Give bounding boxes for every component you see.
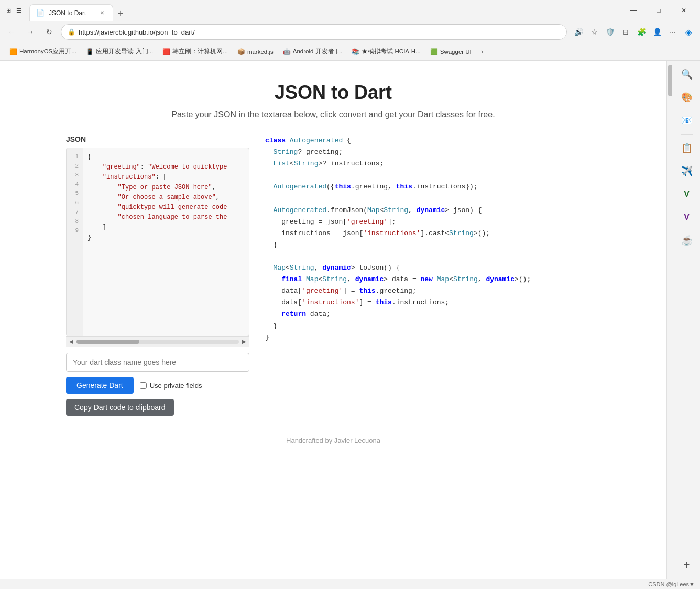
title-bar: ⊞ ☰ 📄 JSON to Dart ✕ + — □ ✕ (0, 0, 700, 21)
site-wrapper: JSON to Dart Paste your JSON in the text… (45, 61, 621, 465)
private-fields-label[interactable]: Use private fields (140, 382, 202, 390)
read-aloud-button[interactable]: 🔊 (571, 25, 586, 39)
bookmark-android[interactable]: 🤖 Android 开发者 |... (279, 46, 347, 57)
private-fields-checkbox[interactable] (140, 382, 147, 389)
android-icon: 🤖 (283, 48, 291, 55)
more-button[interactable]: ··· (665, 25, 680, 39)
bookmark-harmonyos[interactable]: 🟧 HarmonyOS应用开... (5, 46, 81, 57)
minimize-button[interactable]: — (621, 2, 646, 19)
line-num-8: 8 (69, 217, 81, 226)
forward-button[interactable]: → (23, 25, 38, 39)
bookmark-hcia[interactable]: 📚 ★模拟考试 HCIA-H... (347, 46, 424, 57)
scroll-right-arrow[interactable]: ▶ (241, 338, 247, 346)
tab-title: JSON to Dart (49, 9, 94, 17)
json-editor[interactable]: 1 2 3 4 5 6 7 8 9 { (66, 148, 249, 336)
search-sidebar-icon[interactable]: 🔍 (677, 65, 696, 84)
footer-area: Handcrafted by Javier Lecuona (66, 437, 600, 444)
editor-scrollbar: ◀ ▶ (66, 336, 249, 347)
code-lines: 1 2 3 4 5 6 7 8 9 { (67, 148, 249, 336)
back-button[interactable]: ← (4, 25, 19, 39)
new-tab-button[interactable]: + (113, 6, 128, 21)
copy-dart-button[interactable]: Copy Dart code to clipboard (66, 399, 174, 416)
line-num-7: 7 (69, 208, 81, 217)
collections-sidebar-icon[interactable]: 📋 (677, 139, 696, 158)
right-sidebar: 🔍 🎨 📧 📋 ✈️ V V ☕ + (673, 61, 700, 579)
browser-body: JSON to Dart Paste your JSON in the text… (0, 61, 700, 579)
tab-bar: 📄 JSON to Dart ✕ + (29, 0, 619, 21)
scroll-left-arrow[interactable]: ◀ (68, 338, 74, 346)
controls-area: Generate Dart Use private fields Copy Da… (66, 353, 249, 416)
button-row: Generate Dart Use private fields (66, 377, 249, 394)
page-subtitle: Paste your JSON in the textarea below, c… (66, 110, 600, 119)
browser-essentials-button[interactable]: 🛡️ (603, 25, 617, 39)
v1-sidebar-icon[interactable]: V (677, 185, 696, 204)
json-panel-label: JSON (66, 135, 249, 143)
line-num-5: 5 (69, 189, 81, 198)
address-actions: 🔊 ☆ 🛡️ ⊟ 🧩 👤 ··· ◈ (571, 25, 696, 39)
bookmark-label: 应用开发导读-入门... (96, 48, 153, 55)
sidebar-toggle[interactable]: ☰ (15, 6, 23, 15)
tab-icon: 📄 (36, 9, 45, 17)
private-fields-text: Use private fields (150, 382, 202, 390)
maximize-button[interactable]: □ (647, 2, 671, 19)
bookmarks-more[interactable]: › (478, 46, 486, 57)
favorites-button[interactable]: ☆ (587, 25, 601, 39)
dart-output-panel: class Autogenerated { String? greeting; … (265, 135, 600, 343)
appdev-icon: 📱 (86, 48, 94, 55)
line-num-9: 9 (69, 226, 81, 236)
swagger-icon: 🟩 (430, 48, 438, 55)
harmonyos-icon: 🟧 (9, 48, 17, 55)
bookmark-label: 韩立刚：计算机网... (172, 48, 228, 55)
apps-button[interactable]: ⊞ (4, 6, 13, 15)
line-num-6: 6 (69, 198, 81, 208)
dart-code-display: class Autogenerated { String? greeting; … (265, 135, 600, 343)
line-numbers: 1 2 3 4 5 6 7 8 9 (67, 148, 83, 336)
marked-icon: 📦 (237, 48, 245, 55)
line-num-3: 3 (69, 171, 81, 180)
sidebar-divider-1 (681, 134, 693, 135)
profile-button[interactable]: 👤 (650, 25, 664, 39)
bookmarks-bar: 🟧 HarmonyOS应用开... 📱 应用开发导读-入门... 🟥 韩立刚：计… (0, 43, 700, 61)
v2-sidebar-icon[interactable]: V (677, 208, 696, 227)
page-content: JSON to Dart Paste your JSON in the text… (0, 61, 666, 579)
outlook-sidebar-icon[interactable]: 📧 (677, 111, 696, 130)
send-sidebar-icon[interactable]: ✈️ (677, 162, 696, 181)
split-screen-button[interactable]: ⊟ (618, 25, 633, 39)
add-extensions-button[interactable]: + (677, 555, 696, 574)
refresh-button[interactable]: ↻ (42, 25, 57, 39)
status-bar: CSDN @igLees▼ (0, 579, 700, 589)
scroll-track[interactable] (76, 340, 239, 344)
browser-frame: ⊞ ☰ 📄 JSON to Dart ✕ + — □ ✕ ← → ↻ 🔒 htt… (0, 0, 700, 589)
scrollbar-track[interactable] (666, 61, 673, 579)
tab-close-button[interactable]: ✕ (98, 9, 106, 17)
bookmark-appdev[interactable]: 📱 应用开发导读-入门... (82, 46, 157, 57)
gallery-sidebar-icon[interactable]: 🎨 (677, 88, 696, 107)
scrollbar-thumb[interactable] (668, 65, 672, 96)
page-title: JSON to Dart (66, 82, 600, 104)
window-controls: — □ ✕ (621, 2, 696, 19)
han-icon: 🟥 (162, 48, 170, 55)
lock-icon: 🔒 (68, 28, 75, 36)
status-text: CSDN @igLees▼ (648, 581, 695, 587)
json-code-content[interactable]: { "greeting": "Welcome to quicktype "ins… (83, 148, 249, 336)
address-bar: ← → ↻ 🔒 https://javiercbk.github.io/json… (0, 21, 700, 43)
url-bar[interactable]: 🔒 https://javiercbk.github.io/json_to_da… (61, 24, 567, 40)
line-num-2: 2 (69, 162, 81, 171)
bookmark-marked[interactable]: 📦 marked.js (233, 47, 278, 57)
bookmark-swagger[interactable]: 🟩 Swagger UI (426, 47, 476, 57)
copilot-button[interactable]: ◈ (681, 25, 696, 39)
active-tab[interactable]: 📄 JSON to Dart ✕ (29, 4, 113, 21)
bookmark-label: Android 开发者 |... (293, 48, 343, 55)
url-text: https://javiercbk.github.io/json_to_dart… (79, 28, 560, 36)
close-button[interactable]: ✕ (672, 2, 696, 19)
scroll-thumb (76, 340, 139, 344)
browser-add-ons[interactable]: 🧩 (634, 25, 649, 39)
coffee-sidebar-icon[interactable]: ☕ (677, 231, 696, 250)
json-panel: JSON 1 2 3 4 5 6 7 (66, 135, 249, 416)
hcia-icon: 📚 (352, 48, 359, 55)
bookmark-han[interactable]: 🟥 韩立刚：计算机网... (158, 46, 232, 57)
two-column-layout: JSON 1 2 3 4 5 6 7 (66, 135, 600, 416)
footer-text: Handcrafted by Javier Lecuona (286, 437, 380, 444)
generate-dart-button[interactable]: Generate Dart (66, 377, 134, 394)
class-name-input[interactable] (66, 353, 249, 372)
